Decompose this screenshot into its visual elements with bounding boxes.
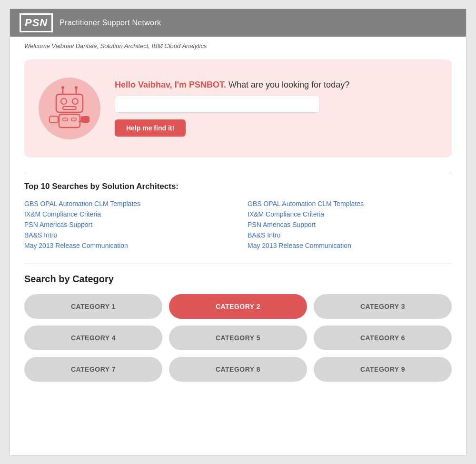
top-searches-section: Top 10 Searches by Solution Architects: …	[24, 182, 452, 249]
search-link-right-1[interactable]: IX&M Compliance Criteria	[248, 210, 452, 218]
bot-robot	[46, 84, 93, 133]
bot-illustration	[34, 73, 105, 144]
divider-2	[24, 264, 452, 264]
svg-point-5	[61, 99, 67, 104]
svg-rect-9	[63, 118, 68, 121]
header-title: Practitioner Support Network	[60, 19, 161, 27]
category-btn-6[interactable]: CATEGORY 6	[314, 326, 452, 350]
svg-point-6	[72, 99, 78, 104]
bot-greeting-rest: What are you looking for today?	[226, 80, 349, 89]
searches-grid: GBS OPAL Automation CLM TemplatesIX&M Co…	[24, 200, 452, 249]
search-link-right-2[interactable]: PSN Americas Support	[248, 221, 452, 228]
robot-svg	[46, 84, 93, 131]
category-btn-7[interactable]: CATEGORY 7	[24, 357, 162, 382]
main-content: Hello Vaibhav, I'm PSNBOT. What are you …	[10, 55, 466, 455]
search-link-left-4[interactable]: May 2013 Release Communication	[24, 242, 228, 249]
category-btn-8[interactable]: CATEGORY 8	[169, 357, 307, 382]
search-link-left-1[interactable]: IX&M Compliance Criteria	[24, 210, 228, 218]
category-btn-3[interactable]: CATEGORY 3	[314, 294, 452, 319]
bot-content: Hello Vaibhav, I'm PSNBOT. What are you …	[115, 80, 437, 137]
svg-point-1	[61, 86, 64, 89]
svg-point-3	[75, 86, 78, 89]
category-btn-9[interactable]: CATEGORY 9	[314, 357, 452, 382]
svg-rect-10	[71, 118, 76, 121]
svg-rect-8	[59, 114, 80, 128]
svg-rect-11	[81, 116, 89, 123]
bot-greeting: Hello Vaibhav, I'm PSNBOT. What are you …	[115, 80, 437, 90]
search-column-left: GBS OPAL Automation CLM TemplatesIX&M Co…	[24, 200, 228, 249]
logo-text: PSN	[25, 17, 48, 29]
category-btn-4[interactable]: CATEGORY 4	[24, 326, 162, 350]
search-column-right: GBS OPAL Automation CLM TemplatesIX&M Co…	[248, 200, 452, 249]
svg-rect-7	[63, 107, 76, 109]
svg-rect-13	[50, 116, 58, 123]
category-btn-5[interactable]: CATEGORY 5	[169, 326, 307, 350]
search-link-right-0[interactable]: GBS OPAL Automation CLM Templates	[248, 200, 452, 207]
search-link-left-0[interactable]: GBS OPAL Automation CLM Templates	[24, 200, 228, 207]
search-link-left-2[interactable]: PSN Americas Support	[24, 221, 228, 228]
help-me-find-button[interactable]: Help me find it!	[115, 119, 186, 137]
categories-grid: CATEGORY 1CATEGORY 2CATEGORY 3CATEGORY 4…	[24, 294, 452, 382]
logo-box: PSN	[20, 13, 53, 32]
welcome-text: Welcome Vaibhav Dantale, Solution Archit…	[24, 42, 207, 49]
bot-section: Hello Vaibhav, I'm PSNBOT. What are you …	[24, 59, 452, 158]
search-input[interactable]	[115, 96, 319, 113]
page-wrapper: PSN Practitioner Support Network Welcome…	[10, 9, 466, 456]
divider-1	[24, 172, 452, 172]
category-btn-2[interactable]: CATEGORY 2	[169, 294, 307, 319]
category-section: Search by Category CATEGORY 1CATEGORY 2C…	[24, 274, 452, 382]
welcome-bar: Welcome Vaibhav Dantale, Solution Archit…	[10, 37, 466, 55]
header: PSN Practitioner Support Network	[10, 9, 466, 37]
top-searches-title: Top 10 Searches by Solution Architects:	[24, 182, 452, 191]
category-btn-1[interactable]: CATEGORY 1	[24, 294, 162, 319]
bot-greeting-strong: Hello Vaibhav, I'm PSNBOT.	[115, 80, 226, 89]
category-section-title: Search by Category	[24, 274, 452, 285]
search-link-right-3[interactable]: BA&S Intro	[248, 231, 452, 239]
search-link-left-3[interactable]: BA&S Intro	[24, 231, 228, 239]
search-link-right-4[interactable]: May 2013 Release Communication	[248, 242, 452, 249]
